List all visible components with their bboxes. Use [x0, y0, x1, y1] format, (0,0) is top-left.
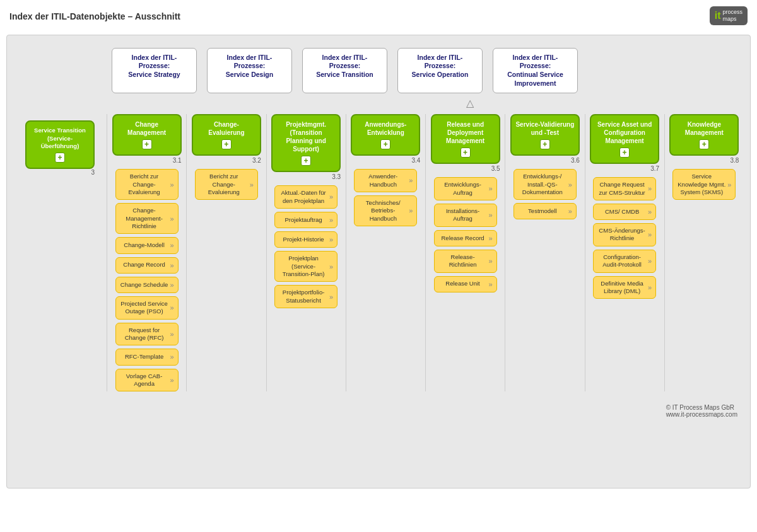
- data-item[interactable]: Projektauftrag»: [274, 212, 337, 228]
- process-number-3-6: 3.6: [510, 157, 580, 164]
- process-3-3-plus[interactable]: +: [301, 156, 311, 166]
- data-item[interactable]: Configuration-Audit-Protokoll»: [593, 250, 656, 273]
- data-item[interactable]: Release Record»: [434, 230, 497, 246]
- data-boxes-3-3: Aktual.-Daten für den Projektplan» Proje…: [269, 185, 343, 308]
- data-item[interactable]: Projekt-Historie»: [274, 231, 337, 248]
- data-item[interactable]: RFC-Template»: [115, 349, 179, 365]
- process-3-5-plus[interactable]: +: [461, 147, 471, 158]
- process-col-3-1: Change Management + 3.1 Bericht zur Chan…: [107, 114, 186, 391]
- process-number-3-3: 3.3: [271, 173, 341, 180]
- process-box-3-2[interactable]: Change-Evaluierung +: [192, 114, 261, 156]
- process-box-3-7[interactable]: Service Asset und Configuration Manageme…: [590, 114, 659, 164]
- data-item[interactable]: Change Request zur CMS-Struktur»: [593, 177, 656, 200]
- footer: © IT Process Maps GbR www.it-processmaps…: [666, 404, 737, 418]
- process-number-3-7: 3.7: [590, 165, 659, 172]
- process-col-3-4: Anwendungs-Entwicklung + 3.4 Anwender-Ha…: [346, 114, 425, 391]
- data-boxes-3-4: Anwender-Handbuch» Technisches/ Betriebs…: [349, 169, 423, 226]
- process-3-1-plus[interactable]: +: [142, 139, 152, 149]
- left-column: Service Transition(Service-Überführung) …: [13, 114, 107, 391]
- header-box-strategy: Index der ITIL-Prozesse:Service Strategy: [112, 48, 197, 94]
- data-item[interactable]: Request for Change (RFC)»: [115, 323, 179, 346]
- data-boxes-3-5: Entwicklungs-Auftrag» Installations-Auft…: [428, 177, 502, 292]
- page-header: Index der ITIL-Datenobjekte – Ausschnitt…: [0, 0, 757, 28]
- process-number-3-8: 3.8: [669, 157, 739, 164]
- data-item[interactable]: Definitive Media Library (DML)»: [593, 276, 656, 299]
- data-boxes-3-6: Entwicklungs-/ Install.-QS-Dokumentation…: [508, 169, 582, 219]
- left-process-plus[interactable]: +: [55, 153, 65, 163]
- process-col-3-3: Projektmgmt. (Transition Planning und Su…: [266, 114, 346, 391]
- process-number-3-1: 3.1: [112, 157, 182, 164]
- data-item[interactable]: Projektplan (Service-Transition-Plan)»: [274, 251, 337, 282]
- data-item[interactable]: CMS/ CMDB»: [593, 204, 656, 220]
- data-item[interactable]: Release Unit»: [434, 276, 497, 292]
- main-diagram: Index der ITIL-Prozesse:Service Strategy…: [6, 35, 751, 489]
- data-item[interactable]: Technisches/ Betriebs-Handbuch»: [354, 195, 417, 226]
- data-item[interactable]: Change Schedule»: [115, 277, 179, 293]
- process-number-3-5: 3.5: [431, 165, 500, 172]
- process-col-3-2: Change-Evaluierung + 3.2 Bericht zur Cha…: [186, 114, 266, 391]
- process-col-3-5: Release und Deployment Management + 3.5 …: [425, 114, 505, 391]
- process-columns: Change Management + 3.1 Bericht zur Chan…: [107, 114, 744, 391]
- header-box-design: Index der ITIL-Prozesse:Service Design: [207, 48, 292, 94]
- logo-text: processmaps: [722, 9, 742, 23]
- logo: it processmaps: [710, 6, 748, 25]
- data-item[interactable]: Entwicklungs-/ Install.-QS-Dokumentation…: [513, 169, 577, 200]
- process-number-3-2: 3.2: [192, 157, 261, 164]
- process-col-3-8: Knowledge Management + 3.8 Service Knowl…: [664, 114, 744, 391]
- process-col-3-6: Service-Validierung und -Test + 3.6 Entw…: [505, 114, 584, 391]
- triangle-indicator: △: [13, 97, 744, 109]
- data-item[interactable]: CMS-Änderungs-Richtlinie»: [593, 223, 656, 246]
- data-item[interactable]: Vorlage CAB-Agenda»: [115, 369, 179, 392]
- data-item[interactable]: Service Knowledge Mgmt. System (SKMS)»: [672, 169, 736, 200]
- data-boxes-3-2: Bericht zur Change-Evaluierung»: [189, 169, 263, 200]
- header-box-csi: Index der ITIL-Prozesse:Continual Servic…: [493, 48, 578, 94]
- data-item[interactable]: Installations-Auftrag»: [434, 204, 497, 227]
- process-number-3-4: 3.4: [351, 157, 420, 164]
- process-box-3-3[interactable]: Projektmgmt. (Transition Planning und Su…: [271, 114, 341, 172]
- header-box-operation: Index der ITIL-Prozesse:Service Operatio…: [397, 48, 483, 94]
- footer-copy: © IT Process Maps GbR: [666, 404, 737, 411]
- process-col-3-7: Service Asset und Configuration Manageme…: [585, 114, 664, 391]
- process-box-3-4[interactable]: Anwendungs-Entwicklung +: [351, 114, 420, 156]
- process-3-4-plus[interactable]: +: [380, 139, 390, 149]
- process-box-3-8[interactable]: Knowledge Management +: [669, 114, 739, 156]
- data-item[interactable]: Entwicklungs-Auftrag»: [434, 177, 497, 200]
- data-item[interactable]: Testmodell»: [513, 203, 577, 219]
- data-item[interactable]: Change-Modell»: [115, 237, 179, 253]
- process-box-3-1[interactable]: Change Management +: [112, 114, 182, 156]
- process-box-3-5[interactable]: Release und Deployment Management +: [431, 114, 500, 164]
- data-item[interactable]: Bericht zur Change-Evaluierung»: [115, 169, 179, 200]
- data-item[interactable]: Change Record»: [115, 257, 179, 274]
- header-box-transition: Index der ITIL-Prozesse:Service Transiti…: [302, 48, 387, 94]
- data-boxes-3-1: Bericht zur Change-Evaluierung» Change-M…: [110, 169, 184, 391]
- left-process-number: 3: [25, 169, 95, 176]
- data-item[interactable]: Release-Richtlinien»: [434, 250, 497, 273]
- footer-url: www.it-processmaps.com: [666, 411, 737, 418]
- data-item[interactable]: Projektportfolio-Statusbericht»: [274, 285, 337, 308]
- process-3-2-plus[interactable]: +: [221, 139, 232, 149]
- logo-it: it: [715, 10, 721, 21]
- data-item[interactable]: Change-Management-Richtlinie»: [115, 203, 179, 234]
- data-boxes-3-7: Change Request zur CMS-Struktur» CMS/ CM…: [588, 177, 662, 299]
- page-title: Index der ITIL-Datenobjekte – Ausschnitt: [9, 11, 180, 21]
- process-3-8-plus[interactable]: +: [699, 139, 709, 149]
- process-3-7-plus[interactable]: +: [619, 147, 630, 158]
- data-item[interactable]: Projected Service Outage (PSO)»: [115, 296, 179, 320]
- data-boxes-3-8: Service Knowledge Mgmt. System (SKMS)»: [667, 169, 741, 200]
- process-box-3-6[interactable]: Service-Validierung und -Test +: [510, 114, 580, 156]
- left-process-box[interactable]: Service Transition(Service-Überführung) …: [25, 120, 95, 169]
- data-item[interactable]: Bericht zur Change-Evaluierung»: [195, 169, 258, 200]
- process-3-6-plus[interactable]: +: [540, 139, 550, 149]
- data-item[interactable]: Anwender-Handbuch»: [354, 169, 417, 192]
- data-item[interactable]: Aktual.-Daten für den Projektplan»: [274, 185, 337, 209]
